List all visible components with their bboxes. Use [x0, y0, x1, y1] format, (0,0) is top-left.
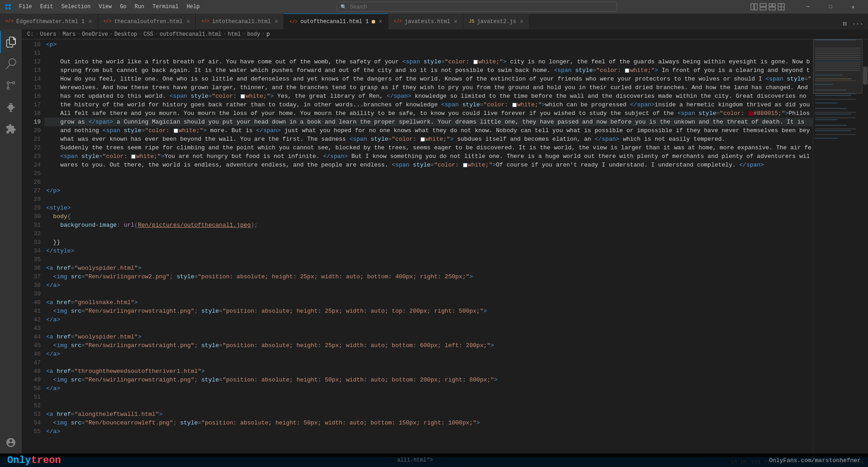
- line-num-45: 45: [22, 341, 41, 350]
- menu-edit[interactable]: Edit: [37, 3, 57, 11]
- code-line-19: grow as </span> a Cunning Magician shoul…: [44, 118, 813, 126]
- breadcrumb-css[interactable]: CSS: [143, 31, 153, 38]
- tab-intothecanal1[interactable]: </> intothecanal1.html ×: [196, 14, 284, 29]
- code-line-36: <a href="woolyspider.html">: [44, 264, 813, 272]
- split-editor-button[interactable]: ⊟: [841, 18, 848, 29]
- svg-rect-41: [815, 112, 856, 113]
- tab-html-icon: </>: [394, 19, 402, 24]
- svg-rect-40: [815, 108, 847, 109]
- breadcrumb-file[interactable]: outofthecanal1.html: [160, 31, 222, 38]
- tab-close-icon[interactable]: ×: [274, 19, 278, 25]
- breadcrumb-p[interactable]: p: [266, 31, 269, 38]
- svg-rect-5: [755, 4, 757, 10]
- line-num-27: 27: [22, 186, 41, 195]
- line-num-48: 48: [22, 367, 41, 376]
- code-line-15: Werewolves. And how these trees have gro…: [44, 83, 813, 92]
- more-actions-button[interactable]: ···: [850, 19, 865, 29]
- code-line-40: <a href="gnollsnake.html">: [44, 298, 813, 307]
- svg-point-15: [13, 82, 15, 84]
- close-button[interactable]: ✕: [843, 0, 863, 14]
- line-num-15: 15: [22, 83, 41, 92]
- editor-container: C: › Users › Mars › OneDrive › Desktop ›…: [22, 29, 868, 457]
- line-num-53: 53: [22, 410, 41, 419]
- activity-extensions[interactable]: [0, 118, 22, 140]
- line-num-39: 39: [22, 290, 41, 298]
- menu-run[interactable]: Run: [131, 3, 148, 11]
- code-line-27: </p>: [44, 186, 813, 195]
- activity-debug[interactable]: [0, 96, 22, 118]
- code-line-25: [44, 169, 813, 178]
- breadcrumb-mars[interactable]: Mars: [62, 31, 75, 38]
- activity-git[interactable]: [0, 75, 22, 96]
- tab-html-icon: </>: [289, 19, 297, 24]
- search-icon: 🔍: [340, 4, 347, 10]
- tab-javatests[interactable]: </> javatests.html ×: [388, 14, 463, 29]
- menu-bar: File Edit Selection View Go Run Terminal…: [15, 3, 203, 11]
- svg-point-14: [7, 87, 9, 90]
- maximize-button[interactable]: □: [820, 0, 841, 14]
- line-num-32: 32: [22, 229, 41, 238]
- tab-close-icon[interactable]: ×: [88, 19, 92, 25]
- tab-javatest2[interactable]: JS javatest2.js ×: [463, 14, 529, 29]
- menu-selection[interactable]: Selection: [58, 3, 94, 11]
- layout-icon-3[interactable]: [769, 3, 776, 10]
- menu-view[interactable]: View: [95, 3, 115, 11]
- tab-outofthecanal1[interactable]: </> outofthecanal1.html 1 ×: [284, 14, 388, 29]
- breadcrumb-html[interactable]: html: [228, 31, 241, 38]
- layout-icon-4[interactable]: [778, 3, 785, 10]
- svg-rect-39: [815, 102, 838, 103]
- breadcrumb-onedrive[interactable]: OneDrive: [82, 31, 108, 38]
- line-num-29: 29: [22, 204, 41, 212]
- activity-account[interactable]: [0, 432, 22, 453]
- line-num-30: 30: [22, 212, 41, 221]
- search-input[interactable]: [337, 2, 617, 12]
- code-line-44: <a href="woolyspider.html">: [44, 333, 813, 341]
- layout-icon-2[interactable]: [760, 3, 767, 10]
- code-line-51: [44, 393, 813, 401]
- activity-search[interactable]: [0, 53, 22, 75]
- code-line-13: sprung from but cannot go back again. It…: [44, 66, 813, 75]
- svg-rect-6: [760, 4, 766, 6]
- line-num-19: 19: [22, 118, 41, 126]
- line-num-41: 41: [22, 307, 41, 315]
- line-num-47: 47: [22, 358, 41, 367]
- line-num-17: 17: [22, 100, 41, 109]
- tab-edgeofthewater[interactable]: </> Edgeofthewater.html 1 ×: [0, 14, 98, 29]
- svg-rect-43: [815, 117, 856, 118]
- breadcrumb-users[interactable]: Users: [40, 31, 56, 38]
- svg-rect-37: [815, 95, 851, 96]
- breadcrumb-sep-5: ›: [139, 32, 142, 37]
- tab-close-icon[interactable]: ×: [186, 19, 190, 25]
- code-line-38: </a>: [44, 281, 813, 290]
- menu-file[interactable]: File: [15, 3, 36, 11]
- minimize-button[interactable]: ─: [797, 0, 818, 14]
- tab-close-icon[interactable]: ×: [454, 19, 458, 25]
- code-line-22: Suddenly the trees seem ripe for climbin…: [44, 143, 813, 152]
- tab-close-icon[interactable]: ×: [520, 19, 524, 25]
- menu-help[interactable]: Help: [183, 3, 203, 11]
- line-num-43: 43: [22, 324, 41, 333]
- menu-terminal[interactable]: Terminal: [149, 3, 182, 11]
- activity-explorer[interactable]: [0, 31, 22, 53]
- onlyfans-right-text: OnlyFans.com/marstonhefner: [769, 457, 861, 464]
- line-num-54: 54: [22, 419, 41, 427]
- tab-close-icon[interactable]: ×: [379, 19, 382, 25]
- scrollbar-thumb[interactable]: [863, 67, 868, 85]
- code-line-53: <a href="alongtheleftwall1.html">: [44, 410, 813, 419]
- tab-label: thecanaloutofren.html: [114, 19, 183, 25]
- layout-icon-1[interactable]: [750, 3, 758, 10]
- line-num-50: 50: [22, 384, 41, 393]
- menu-go[interactable]: Go: [116, 3, 130, 11]
- line-num-18: 18: [22, 109, 41, 118]
- breadcrumb-desktop[interactable]: Desktop: [114, 31, 137, 38]
- code-line-54: <img src="Ren/bouncearrowleft.png"; styl…: [44, 419, 813, 427]
- svg-rect-46: [815, 129, 856, 129]
- tab-bar: </> Edgeofthewater.html 1 × </> thecanal…: [0, 14, 868, 29]
- vertical-scrollbar[interactable]: [863, 39, 868, 457]
- line-num-37: 37: [22, 272, 41, 281]
- breadcrumb-body[interactable]: body: [247, 31, 260, 38]
- breadcrumb-c[interactable]: C:: [27, 31, 33, 38]
- tab-label: Edgeofthewater.html 1: [16, 19, 85, 25]
- tab-thecanaloutofren[interactable]: </> thecanaloutofren.html ×: [98, 14, 196, 29]
- code-editor[interactable]: <p> Out into the world like a first brea…: [44, 39, 813, 457]
